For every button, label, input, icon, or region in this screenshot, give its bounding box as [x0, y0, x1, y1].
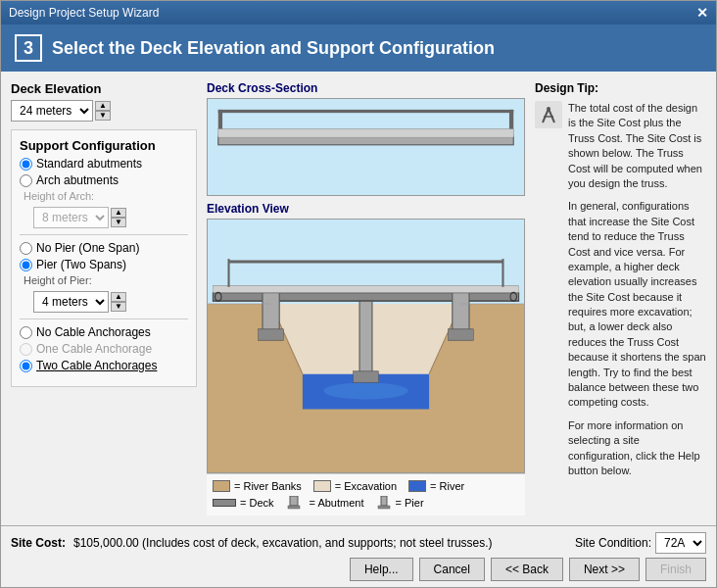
standard-abutments-radio[interactable]	[20, 158, 32, 171]
svg-rect-14	[263, 293, 279, 335]
compass-icon	[535, 101, 562, 128]
left-panel: Deck Elevation 24 meters 20 meters 16 me…	[11, 81, 197, 515]
site-cost-value: $105,000.00 (Includes cost of deck, exca…	[73, 536, 493, 550]
pier-spin-up[interactable]: ▲	[111, 292, 126, 302]
svg-point-10	[323, 382, 407, 399]
excavation-label: = Excavation	[335, 480, 397, 492]
svg-rect-5	[218, 110, 513, 113]
no-pier-radio[interactable]	[20, 242, 32, 255]
arch-spinner: ▲ ▼	[111, 208, 126, 227]
svg-rect-0	[208, 99, 524, 195]
no-cable-radio[interactable]	[20, 326, 32, 339]
pier-spinner: ▲ ▼	[111, 292, 126, 312]
abutment-group: Standard abutments Arch abutments Height…	[20, 157, 188, 228]
arch-spin-up[interactable]: ▲	[111, 208, 126, 218]
elevation-area: Elevation View	[207, 202, 525, 515]
elevation-title: Elevation View	[207, 202, 525, 216]
two-cable-radio[interactable]	[20, 360, 32, 372]
svg-rect-32	[535, 101, 562, 128]
deck-elevation-row: 24 meters 20 meters 16 meters 12 meters …	[11, 100, 197, 122]
deck-elevation-select[interactable]: 24 meters 20 meters 16 meters 12 meters …	[11, 100, 93, 122]
cross-section-title: Deck Cross-Section	[207, 81, 525, 95]
main-window: Design Project Setup Wizard ✕ 3 Select t…	[0, 0, 717, 588]
site-cost-label: Site Cost:	[11, 536, 66, 550]
svg-rect-29	[288, 506, 300, 509]
support-config-title: Support Configuration	[20, 138, 188, 153]
spin-up[interactable]: ▲	[95, 101, 111, 111]
svg-rect-28	[290, 496, 298, 506]
pier-two-spans-text: Pier (Two Spans)	[36, 258, 126, 271]
cable-group: No Cable Anchorages One Cable Anchorage …	[20, 325, 188, 372]
pier-group: No Pier (One Span) Pier (Two Spans) Heig…	[20, 241, 188, 313]
bottom-bar: Site Cost: $105,000.00 (Includes cost of…	[1, 525, 716, 587]
arch-height-label: Height of Arch:	[24, 190, 188, 202]
site-condition-row: Site Condition: 72A	[575, 532, 706, 554]
pier-two-spans-label[interactable]: Pier (Two Spans)	[20, 258, 188, 271]
cross-section-area: Deck Cross-Section	[207, 81, 525, 196]
two-cable-text: Two Cable Anchorages	[36, 359, 157, 372]
site-cost-row: Site Cost: $105,000.00 (Includes cost of…	[11, 536, 493, 550]
back-button[interactable]: << Back	[491, 558, 563, 581]
tip-content: The total cost of the design is the Site…	[535, 101, 706, 478]
middle-panel: Deck Cross-Section	[207, 81, 525, 515]
deck-elevation-title: Deck Elevation	[11, 81, 197, 96]
legend-pier: = Pier	[376, 496, 424, 510]
no-cable-label[interactable]: No Cable Anchorages	[20, 325, 188, 339]
pier-height-select[interactable]: 4 meters 8 meters	[33, 291, 109, 313]
standard-abutments-text: Standard abutments	[36, 157, 142, 171]
finish-button[interactable]: Finish	[645, 558, 706, 581]
pier-height-row: 4 meters 8 meters ▲ ▼	[33, 291, 188, 313]
svg-rect-2	[218, 128, 513, 137]
elevation-view-box	[207, 219, 525, 473]
pier-two-spans-radio[interactable]	[20, 259, 32, 271]
design-tip-title: Design Tip:	[535, 81, 706, 95]
standard-abutments-label[interactable]: Standard abutments	[20, 157, 188, 171]
one-cable-radio[interactable]	[20, 343, 32, 356]
arch-abutments-radio[interactable]	[20, 174, 32, 187]
svg-rect-20	[213, 285, 518, 292]
svg-rect-16	[453, 293, 469, 335]
legend-deck: = Deck	[213, 496, 274, 510]
header-title: Select the Deck Elevation and Support Co…	[52, 38, 495, 59]
arch-spin-down[interactable]: ▼	[111, 218, 126, 227]
deck-swatch	[213, 499, 236, 507]
main-content: Deck Elevation 24 meters 20 meters 16 me…	[1, 72, 716, 525]
two-cable-label[interactable]: Two Cable Anchorages	[20, 359, 188, 372]
tip-para-1: The total cost of the design is the Site…	[568, 101, 706, 191]
divider-2	[20, 318, 188, 319]
button-row: Help... Cancel << Back Next >> Finish	[11, 558, 706, 581]
arch-height-row: 8 meters ▲ ▼	[33, 207, 188, 228]
no-pier-label[interactable]: No Pier (One Span)	[20, 241, 188, 255]
svg-rect-18	[359, 301, 372, 378]
next-button[interactable]: Next >>	[569, 558, 640, 581]
spin-down[interactable]: ▼	[95, 111, 111, 121]
elevation-svg	[208, 220, 524, 472]
svg-rect-30	[381, 496, 387, 506]
step-badge: 3	[15, 34, 42, 62]
arch-height-select[interactable]: 8 meters	[33, 207, 109, 228]
wizard-header: 3 Select the Deck Elevation and Support …	[1, 24, 716, 72]
deck-elevation-section: Deck Elevation 24 meters 20 meters 16 me…	[11, 81, 197, 122]
cross-section-box	[207, 98, 525, 196]
one-cable-label[interactable]: One Cable Anchorage	[20, 342, 188, 356]
help-button[interactable]: Help...	[350, 558, 413, 581]
svg-rect-31	[378, 506, 390, 509]
site-condition-label: Site Condition:	[575, 536, 651, 550]
svg-rect-15	[259, 329, 284, 340]
pier-label: = Pier	[396, 497, 424, 509]
river-banks-label: = River Banks	[234, 480, 302, 492]
cancel-button[interactable]: Cancel	[419, 558, 485, 581]
pier-swatch	[376, 496, 392, 510]
arch-abutments-text: Arch abutments	[36, 173, 119, 187]
river-label: = River	[430, 480, 464, 492]
close-button[interactable]: ✕	[696, 5, 708, 21]
tip-icon	[535, 101, 562, 478]
river-banks-swatch	[213, 480, 230, 492]
arch-abutments-label[interactable]: Arch abutments	[20, 173, 188, 187]
no-cable-text: No Cable Anchorages	[36, 325, 151, 339]
site-cost-full-row: Site Cost: $105,000.00 (Includes cost of…	[11, 532, 706, 554]
site-condition-select[interactable]: 72A	[655, 532, 706, 554]
pier-spin-down[interactable]: ▼	[111, 302, 126, 312]
legend: = River Banks = Excavation = River = Dec…	[207, 473, 525, 515]
legend-abutment: = Abutment	[286, 496, 364, 510]
